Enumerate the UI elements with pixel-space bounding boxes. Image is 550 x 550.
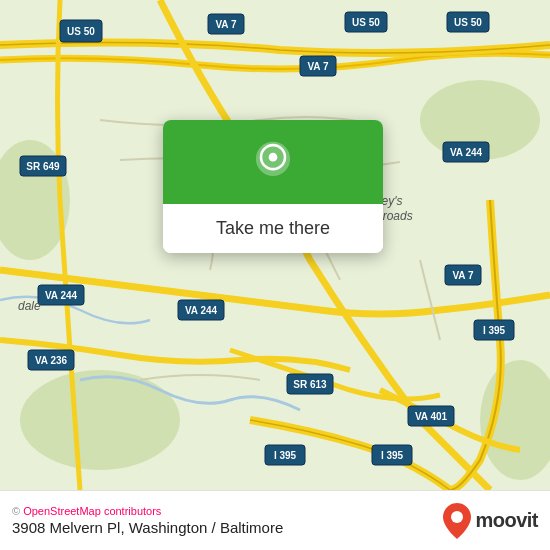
svg-text:VA 401: VA 401 xyxy=(415,411,448,422)
svg-text:US 50: US 50 xyxy=(352,17,380,28)
svg-text:VA 244: VA 244 xyxy=(185,305,218,316)
address-text: 3908 Melvern Pl, Washington / Baltimore xyxy=(12,519,283,536)
svg-text:SR 613: SR 613 xyxy=(293,379,327,390)
svg-text:VA 7: VA 7 xyxy=(215,19,237,30)
svg-text:I 395: I 395 xyxy=(274,450,297,461)
moovit-pin-icon xyxy=(443,503,471,539)
svg-text:US 50: US 50 xyxy=(67,26,95,37)
take-me-there-button[interactable]: Take me there xyxy=(163,204,383,253)
map-container: US 50 VA 7 US 50 US 50 VA 7 VA 244 SR 64… xyxy=(0,0,550,490)
copyright-symbol: © xyxy=(12,505,20,517)
svg-text:VA 236: VA 236 xyxy=(35,355,68,366)
svg-text:SR 649: SR 649 xyxy=(26,161,60,172)
attribution-text: © OpenStreetMap contributors xyxy=(12,505,283,517)
svg-point-43 xyxy=(451,511,463,523)
svg-text:I 395: I 395 xyxy=(381,450,404,461)
svg-text:VA 7: VA 7 xyxy=(452,270,474,281)
svg-point-2 xyxy=(20,370,180,470)
moovit-logo: moovit xyxy=(443,503,538,539)
svg-text:US 50: US 50 xyxy=(454,17,482,28)
svg-text:VA 7: VA 7 xyxy=(307,61,329,72)
svg-text:VA 244: VA 244 xyxy=(45,290,78,301)
popup-green-section xyxy=(163,120,383,204)
moovit-wordmark: moovit xyxy=(475,509,538,532)
svg-text:I 395: I 395 xyxy=(483,325,506,336)
svg-text:dale: dale xyxy=(18,299,41,313)
location-pin-icon xyxy=(249,140,297,188)
bottom-left-info: © OpenStreetMap contributors 3908 Melver… xyxy=(12,505,283,536)
svg-text:VA 244: VA 244 xyxy=(450,147,483,158)
osm-link: OpenStreetMap contributors xyxy=(23,505,161,517)
popup-card: Take me there xyxy=(163,120,383,253)
bottom-bar: © OpenStreetMap contributors 3908 Melver… xyxy=(0,490,550,550)
